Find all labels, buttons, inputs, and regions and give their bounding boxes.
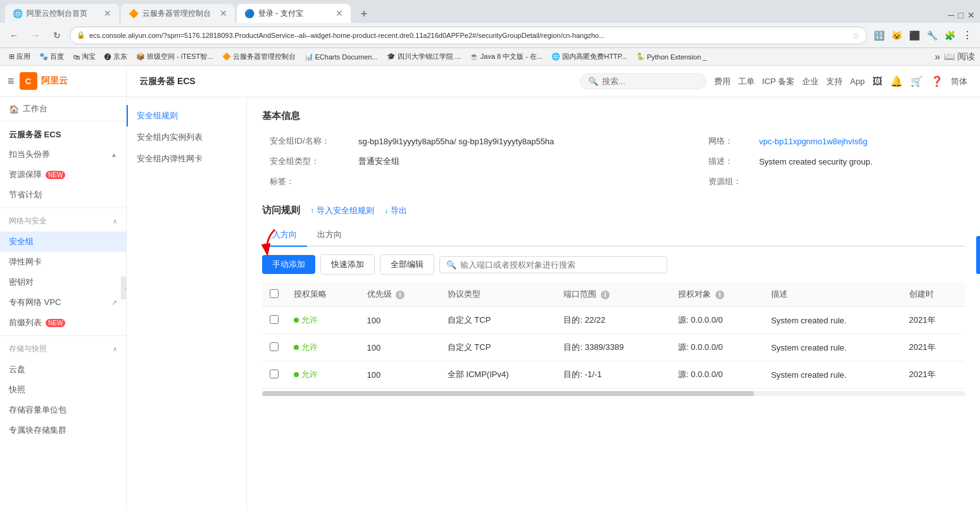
nav-cart-icon[interactable]: 🛒 [910,75,923,87]
sidebar-item-prefix[interactable]: 前缀列表 NEW [0,313,126,333]
sidebar-item-snapshot[interactable]: 快照 [0,380,126,400]
bookmark-python[interactable]: 🐍 Python Extension _ [632,51,711,62]
row-2-checkbox[interactable] [270,342,279,351]
sidebar-item-coupon[interactable]: 扣当头份券 ▲ [0,144,126,165]
priority-info-icon[interactable]: ℹ [396,290,405,299]
extension-icon-3[interactable]: ⬛ [907,28,922,43]
sub-nav-instance-list[interactable]: 安全组内实例列表 [127,127,246,148]
home-icon: 🏠 [9,104,19,114]
extension-icon-2[interactable]: 😺 [889,28,904,43]
tab-1[interactable]: 🌐 阿里云控制台首页 ✕ [5,4,119,23]
sidebar-item-vpc[interactable]: 专有网络 VPC ↗ [0,292,126,313]
bookmark-aliyun[interactable]: 🔶 云服务器管理控制台 [218,51,299,63]
table-row: 允许 100 全部 ICMP(IPv4) 目的: -1/-1 源: 0.0.0.… [262,361,965,389]
table-scrollbar-thumb[interactable] [262,391,754,396]
row-2-auth: 源: 0.0.0.0/0 [670,334,763,361]
sidebar-collapse-toggle[interactable]: ‹ [121,277,127,299]
tab-3[interactable]: 🔵 登录 - 支付宝 ✕ [237,4,351,23]
bookmark-itest[interactable]: 📦 班级空间 - iTEST智... [132,51,217,63]
import-rules-action[interactable]: ↑ 导入安全组规则 [310,205,374,216]
rules-search-input[interactable] [460,260,660,270]
cost-nav[interactable]: 费用 [714,76,731,87]
row-1-checkbox[interactable] [270,315,279,324]
reading-mode-icon[interactable]: 📖 阅读 [944,51,975,63]
nav-help-icon[interactable]: ❓ [931,75,943,87]
edit-all-button[interactable]: 全部编辑 [380,254,434,275]
nav-simplified-icon[interactable]: 简体 [951,76,967,87]
bookmark-scu[interactable]: 🎓 四川大学锦江学院 ... [383,51,465,63]
address-bar-text[interactable]: ecs.console.aliyun.com/?spm=5176.1281809… [89,32,848,39]
export-icon: ↓ [384,206,388,215]
sidebar-item-security-group[interactable]: 安全组 [0,232,126,252]
aliyun-logo: C 阿里云 [20,72,68,90]
rules-search-icon: 🔍 [446,260,456,270]
support-nav[interactable]: 支持 [826,76,843,87]
sidebar-menu-toggle[interactable]: ≡ [8,75,15,88]
col-header-port: 端口范围 ℹ [556,282,670,307]
sub-nav-security-rules[interactable]: 安全组规则 [127,105,246,127]
port-info-icon[interactable]: ℹ [601,290,610,299]
chrome-menu-icon[interactable]: ⋮ [960,28,975,43]
bookmark-apps[interactable]: ⊞ 应用 [5,51,34,63]
export-action[interactable]: ↓ 导出 [384,205,407,216]
row-1-auth: 源: 0.0.0.0/0 [670,307,763,334]
icp-nav[interactable]: ICP 备案 [762,76,795,87]
enterprise-nav[interactable]: 企业 [802,76,819,87]
extensions-menu-icon[interactable]: 🧩 [942,28,957,43]
sidebar-item-savings[interactable]: 节省计划 [0,185,126,205]
manual-add-button[interactable]: 手动添加 [262,255,315,274]
forward-button[interactable]: → [27,27,44,44]
sidebar-item-disk[interactable]: 云盘 [0,359,126,380]
ticket-nav[interactable]: 工单 [738,76,755,87]
bookmark-taobao[interactable]: 🛍 淘宝 [69,51,99,63]
bookmark-echarts[interactable]: 📊 ECharts Documen... [301,51,382,62]
bookmark-star-icon[interactable]: ☆ [852,30,860,40]
sidebar-item-storage-capacity[interactable]: 存储容量单位包 [0,400,126,420]
tab-1-close[interactable]: ✕ [104,8,111,18]
reload-button[interactable]: ↻ [48,27,66,44]
tab-inbound[interactable]: 入方向 [262,224,307,247]
table-scrollbar-track[interactable] [262,391,965,396]
tab-outbound[interactable]: 出方向 [307,224,352,246]
tab-2-close[interactable]: ✕ [220,8,227,18]
sidebar-item-keypair[interactable]: 密钥对 [0,272,126,292]
bookmarks-more-icon[interactable]: » [934,51,940,63]
bookmark-jd[interactable]: 🅙 京东 [101,51,131,63]
auth-info-icon[interactable]: ℹ [715,290,724,299]
col-header-created: 创建时 [901,282,965,307]
tab-1-favicon: 🌐 [13,9,23,18]
bookmark-baidu[interactable]: 🐾 百度 [35,51,68,63]
row-2-priority: 100 [360,334,440,361]
extension-icon-1[interactable]: 🔢 [871,28,886,43]
rules-search-bar[interactable]: 🔍 [439,256,667,273]
tab-2[interactable]: 🔶 云服务器管理控制台 ✕ [121,4,235,23]
app-nav[interactable]: App [850,77,865,86]
new-tab-button[interactable]: + [355,5,373,23]
workbench-nav[interactable]: 🏠 工作台 [0,97,126,121]
extension-icon-4[interactable]: 🔧 [924,28,939,43]
tab-3-close[interactable]: ✕ [336,8,343,18]
nav-bell-icon[interactable]: 🔔 [890,75,903,87]
row-2-protocol: 自定义 TCP [440,334,556,361]
top-search-bar[interactable]: 🔍 [580,73,707,89]
storage-section-header[interactable]: 存储与快照 ∧ [0,339,126,359]
bookmark-http[interactable]: 🌐 国内高匿免费HTTP... [548,51,631,63]
row-3-checkbox[interactable] [270,370,279,378]
sidebar-item-resource[interactable]: 资源保障 NEW [0,165,126,185]
bookmark-java[interactable]: ☕ Java 8 中文版 - 在... [466,51,546,63]
select-all-checkbox[interactable] [270,289,279,298]
quick-add-button[interactable]: 快速添加 [320,254,375,275]
vertical-scrollbar-thumb[interactable] [976,236,980,274]
minimize-button[interactable]: ─ [948,10,955,20]
sidebar-item-nic[interactable]: 弹性网卡 [0,252,126,272]
close-window-button[interactable]: ✕ [967,10,975,20]
sub-nav-elastic-nic[interactable]: 安全组内弹性网卡 [127,148,246,170]
top-search-input[interactable] [602,77,697,86]
nav-images-icon[interactable]: 🖼 [872,76,883,87]
back-button[interactable]: ← [5,27,23,44]
sidebar-item-dedicated-block[interactable]: 专属块存储集群 [0,420,126,440]
network-section-header[interactable]: 网络与安全 ∧ [0,211,126,232]
maximize-button[interactable]: □ [958,10,964,20]
resource-new-badge: NEW [46,171,65,179]
field-value-network[interactable]: vpc-bp11xpgnmo1w8ejhvls6g [751,131,965,151]
